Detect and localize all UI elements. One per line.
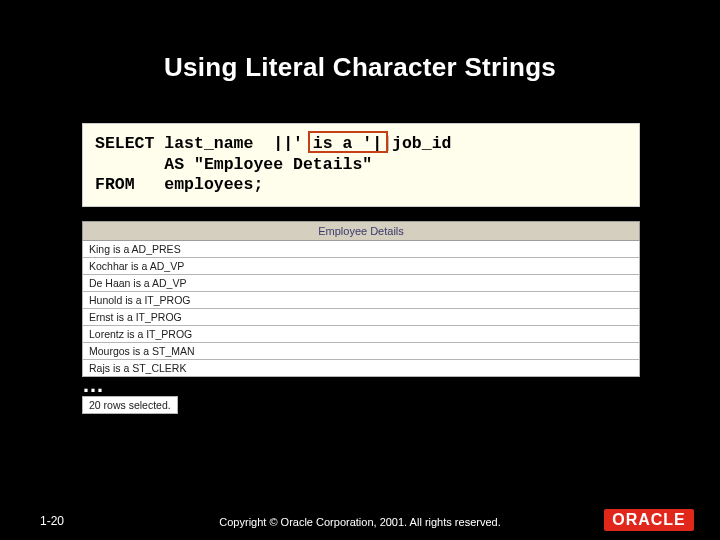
table-row: Lorentz is a IT_PROG — [83, 325, 640, 342]
table-row: Hunold is a IT_PROG — [83, 291, 640, 308]
cell: Ernst is a IT_PROG — [83, 308, 640, 325]
sql-line-1: SELECT last_name ||' is a '||job_id — [95, 134, 451, 153]
footer: 1-20 Copyright © Oracle Corporation, 200… — [0, 496, 720, 540]
oracle-logo: ORACLE — [594, 506, 704, 534]
table-row: Ernst is a IT_PROG — [83, 308, 640, 325]
sql-line-2: AS "Employee Details" — [95, 155, 372, 174]
column-header: Employee Details — [83, 221, 640, 240]
cell: King is a AD_PRES — [83, 240, 640, 257]
table-row: De Haan is a AD_VP — [83, 274, 640, 291]
table-row: King is a AD_PRES — [83, 240, 640, 257]
rows-selected-status: 20 rows selected. — [82, 396, 178, 414]
table-row: Kochhar is a AD_VP — [83, 257, 640, 274]
result-table: Employee Details King is a AD_PRES Kochh… — [82, 221, 640, 377]
table-row: Mourgos is a ST_MAN — [83, 342, 640, 359]
sql-code-block: SELECT last_name ||' is a '||job_id AS "… — [82, 123, 640, 207]
slide-title: Using Literal Character Strings — [0, 0, 720, 123]
cell: Rajs is a ST_CLERK — [83, 359, 640, 376]
cell: Lorentz is a IT_PROG — [83, 325, 640, 342]
result-table-wrap: Employee Details King is a AD_PRES Kochh… — [82, 221, 640, 377]
cell: De Haan is a AD_VP — [83, 274, 640, 291]
cell: Kochhar is a AD_VP — [83, 257, 640, 274]
table-row: Rajs is a ST_CLERK — [83, 359, 640, 376]
ellipsis: … — [82, 379, 720, 390]
oracle-logo-text: ORACLE — [604, 509, 694, 531]
cell: Hunold is a IT_PROG — [83, 291, 640, 308]
cell: Mourgos is a ST_MAN — [83, 342, 640, 359]
sql-line-3: FROM employees; — [95, 175, 263, 194]
